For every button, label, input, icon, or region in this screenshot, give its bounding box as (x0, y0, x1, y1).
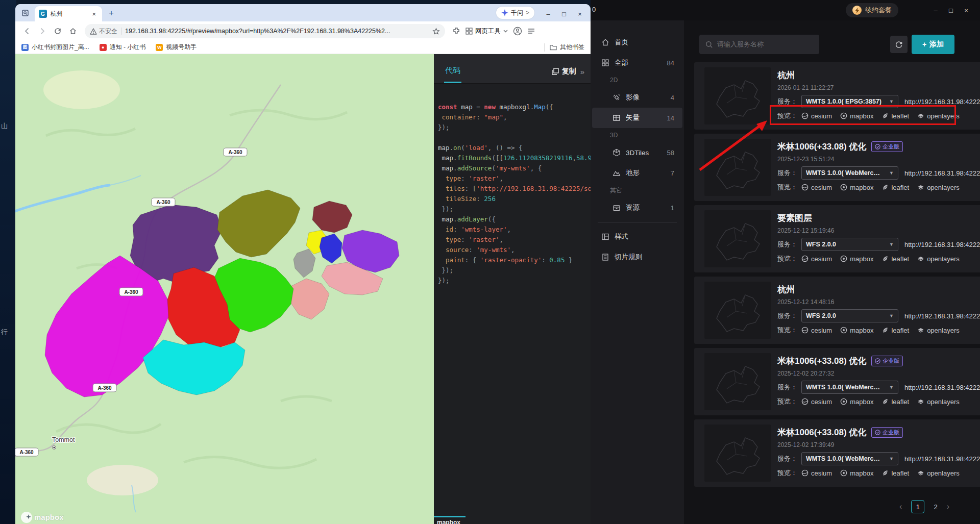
preview-link-leaflet[interactable]: leaflet (881, 255, 909, 263)
preview-link-leaflet[interactable]: leaflet (881, 327, 909, 334)
select-caret-icon: ▼ (889, 456, 894, 461)
cesium-icon (801, 398, 808, 405)
service-type-select[interactable]: WFS 2.0.0▼ (801, 238, 898, 251)
tab-close-icon[interactable]: × (90, 10, 98, 18)
bookmark-item[interactable]: ●通知 - 小红书 (100, 43, 146, 52)
url-text[interactable]: 192.168.31.98:42225/#/preview/mapbox?url… (125, 28, 429, 35)
reload-button[interactable] (51, 24, 64, 38)
sidebar-item-imagery[interactable]: 影像4 (592, 87, 682, 108)
browser-maximize-button[interactable]: □ (558, 10, 570, 18)
page-prev-button[interactable]: ‹ (899, 502, 902, 511)
preview-link-leaflet[interactable]: leaflet (881, 184, 909, 191)
add-label: 添加 (929, 40, 944, 49)
bookmark-item[interactable]: W视频号助手 (156, 43, 197, 52)
preview-link-mapbox[interactable]: mapbox (840, 327, 873, 334)
profile-icon[interactable] (513, 27, 522, 36)
map-canvas[interactable]: A-360 A-360 A-360 A-360 A-360 Tommot map… (15, 54, 434, 524)
service-type-select[interactable]: WMTS 1.0.0( WebMerc…▼ (801, 166, 898, 180)
browser-minimize-button[interactable]: – (543, 10, 554, 18)
sidebar-item-home[interactable]: 首页 (592, 32, 682, 53)
sidebar-item-vector[interactable]: 矢量14 (592, 108, 682, 128)
service-type-select[interactable]: WMTS 1.0.0( EPSG:3857)▼ (801, 95, 898, 108)
code-block[interactable]: const map = new mapboxgl.Map({ container… (434, 84, 591, 286)
service-card[interactable]: 杭州2026-01-21 11:22:27服务：WMTS 1.0.0( EPSG… (694, 62, 980, 130)
desktop-icon-label: 行 (1, 328, 8, 337)
preview-link-leaflet[interactable]: leaflet (881, 398, 909, 406)
horizontal-scrollbar[interactable] (434, 516, 465, 517)
refresh-button[interactable] (890, 36, 908, 53)
preview-link-cesium[interactable]: cesium (801, 255, 832, 263)
service-card[interactable]: 米林1006(+33.08) 优化企业版2025-12-23 15:51:24服… (694, 134, 980, 201)
preview-link-openlayers[interactable]: openlayers (917, 398, 960, 406)
mapbox-logo[interactable]: mapbox (21, 512, 64, 523)
preview-link-cesium[interactable]: cesium (801, 398, 832, 406)
page-number-2[interactable]: 2 (934, 503, 937, 511)
preview-link-cesium[interactable]: cesium (801, 469, 832, 477)
preview-link-mapbox[interactable]: mapbox (840, 184, 873, 191)
other-bookmarks[interactable]: 其他书签 (544, 43, 584, 52)
browser-close-button[interactable]: × (574, 10, 585, 18)
search-input[interactable]: 请输入服务名称 (699, 35, 819, 54)
service-card[interactable]: 要素图层2025-12-12 15:19:46服务：WFS 2.0.0▼http… (694, 205, 980, 272)
service-card[interactable]: 米林1006(+33.08) 优化企业版2025-12-02 17:39:49服… (694, 419, 980, 487)
browser-tab-active[interactable]: G 杭州 × (35, 6, 102, 21)
app-minimize-button[interactable]: – (928, 7, 943, 14)
code-tab[interactable]: 代码 (444, 66, 461, 83)
preview-link-mapbox[interactable]: mapbox (840, 398, 873, 406)
sidebar-item-terrain[interactable]: 地形7 (592, 163, 682, 183)
page-next-button[interactable]: › (947, 502, 949, 511)
sidebar-item-resource[interactable]: 资源1 (592, 197, 682, 218)
preview-link-mapbox[interactable]: mapbox (840, 469, 873, 477)
preview-link-openlayers[interactable]: openlayers (917, 184, 960, 191)
preview-link-leaflet[interactable]: leaflet (881, 112, 909, 120)
renew-plan-button[interactable]: 续约套餐 (846, 3, 898, 17)
bookmarks-divider (544, 43, 545, 52)
bookmark-item[interactable]: 图小红书封面图片_高... (21, 43, 89, 52)
service-row-label: 服务： (777, 168, 797, 178)
service-date: 2025-12-12 14:48:16 (777, 298, 834, 306)
back-button[interactable] (20, 24, 34, 38)
preview-link-leaflet[interactable]: leaflet (881, 469, 909, 477)
service-type-select[interactable]: WFS 2.0.0▼ (801, 309, 898, 322)
tab-search-button[interactable] (19, 7, 32, 19)
new-tab-button[interactable]: + (105, 7, 117, 19)
preview-link-openlayers[interactable]: openlayers (917, 469, 960, 477)
home-button[interactable] (66, 24, 80, 38)
assistant-pill[interactable]: 千问 > (496, 7, 534, 19)
assistant-label: 千问 (511, 9, 523, 17)
preview-link-cesium[interactable]: cesium (801, 327, 832, 334)
webtools-label: 网页工具 (475, 27, 501, 36)
sidebar-item-tile-rule[interactable]: 切片规则 (592, 247, 682, 267)
service-type-select[interactable]: WMTS 1.0.0( WebMerc…▼ (801, 381, 898, 394)
preview-link-cesium[interactable]: cesium (801, 184, 832, 191)
copy-button[interactable]: 复制 (552, 67, 576, 76)
add-service-button[interactable]: + 添加 (912, 35, 954, 54)
sidebar-item-style[interactable]: 样式 (592, 227, 682, 247)
preview-link-openlayers[interactable]: openlayers (917, 327, 960, 334)
app-close-button[interactable]: × (959, 7, 974, 14)
collapse-panel-icon[interactable]: » (580, 67, 583, 76)
preview-link-openlayers[interactable]: openlayers (917, 255, 960, 263)
page-number-1[interactable]: 1 (911, 500, 924, 513)
service-card[interactable]: 米林1006(+33.08) 优化企业版2025-12-02 20:27:32服… (694, 348, 980, 415)
app-maximize-button[interactable]: □ (943, 7, 959, 14)
preview-link-cesium[interactable]: cesium (801, 112, 832, 120)
security-chip[interactable]: 不安全 (90, 27, 117, 36)
address-bar[interactable]: 不安全 192.168.31.98:42225/#/preview/mapbox… (85, 24, 445, 38)
preview-link-mapbox[interactable]: mapbox (840, 255, 873, 263)
menu-icon[interactable] (527, 28, 535, 35)
preview-link-mapbox[interactable]: mapbox (840, 112, 873, 120)
forward-button[interactable] (36, 24, 49, 38)
service-type-select[interactable]: WMTS 1.0.0( WebMerc…▼ (801, 452, 898, 465)
service-card[interactable]: 杭州2025-12-12 14:48:16服务：WFS 2.0.0▼http:/… (694, 277, 980, 344)
refresh-icon (895, 40, 903, 48)
bookmark-star-icon[interactable] (432, 28, 440, 35)
webtools-menu[interactable]: 网页工具 (465, 27, 508, 36)
preview-link-openlayers[interactable]: openlayers (917, 112, 960, 120)
sidebar-item-3dtiles[interactable]: 3DTiles58 (592, 142, 682, 163)
gis-manager-window: 0 续约套餐 – □ × 首页全部842D影像4矢量143D3DTiles58地… (591, 0, 980, 524)
service-type-value: WFS 2.0.0 (806, 241, 836, 248)
extensions-icon[interactable] (452, 27, 460, 35)
preview-row-label: 预览： (777, 183, 797, 192)
sidebar-item-all[interactable]: 全部84 (592, 53, 682, 73)
